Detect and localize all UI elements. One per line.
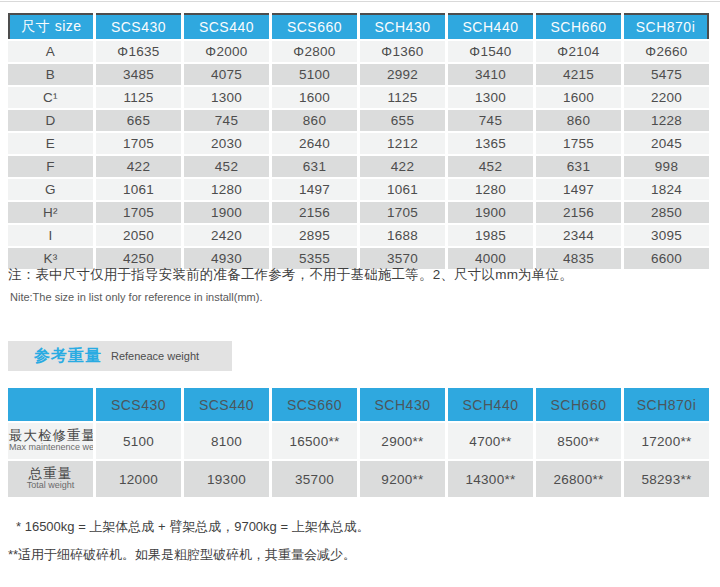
size-row-3: C¹1125130016001125130016002200 — [8, 87, 709, 108]
size-value-cell: 1497 — [272, 179, 357, 200]
weight-header-SCH870i: SCH870i — [624, 388, 709, 421]
weight-header-SCS430: SCS430 — [96, 388, 181, 421]
weight-value-cell: 2900** — [360, 423, 445, 459]
weight-value-cell: 5100 — [96, 423, 181, 459]
size-value-cell: Φ2660 — [624, 41, 709, 62]
size-value-cell: 1900 — [448, 202, 533, 223]
size-value-cell: 1985 — [448, 225, 533, 246]
size-value-cell: 422 — [360, 156, 445, 177]
size-value-cell: 422 — [96, 156, 181, 177]
size-value-cell: 2850 — [624, 202, 709, 223]
size-row-5: E1705203026401212136517552045 — [8, 133, 709, 154]
size-value-cell: 2156 — [272, 202, 357, 223]
note-english: Nite:The size in list only for reference… — [10, 291, 262, 303]
size-value-cell: 1900 — [184, 202, 269, 223]
weight-value-cell: 9200** — [360, 461, 445, 497]
size-value-cell: 3095 — [624, 225, 709, 246]
size-value-cell: 1228 — [624, 110, 709, 131]
size-value-cell: 1300 — [184, 87, 269, 108]
size-row-4: D6657458606557458601228 — [8, 110, 709, 131]
size-value-cell: 1705 — [96, 202, 181, 223]
section-title-english: Refeneace weight — [111, 350, 199, 362]
size-value-cell: 860 — [272, 110, 357, 131]
weight-value-cell: 8500** — [536, 423, 621, 459]
section-title-chinese: 参考重量 — [34, 346, 102, 367]
size-row-label: G — [8, 179, 93, 200]
weight-header-SCH660: SCH660 — [536, 388, 621, 421]
size-value-cell: 860 — [536, 110, 621, 131]
weight-value-cell: 12000 — [96, 461, 181, 497]
weight-row-label-en: Max maintenence weight — [9, 443, 92, 453]
weight-value-cell: 17200** — [624, 423, 709, 459]
size-value-cell: 631 — [272, 156, 357, 177]
size-value-cell: 1755 — [536, 133, 621, 154]
weight-header-SCH440: SCH440 — [448, 388, 533, 421]
size-value-cell: 5100 — [272, 64, 357, 85]
size-value-cell: 6600 — [624, 248, 709, 269]
weight-row-2: 总重量Total weight1200019300357009200**1430… — [8, 461, 709, 497]
weight-value-cell: 14300** — [448, 461, 533, 497]
size-value-cell: 3410 — [448, 64, 533, 85]
size-header-SCS660: SCS660 — [272, 13, 357, 39]
size-row-label: F — [8, 156, 93, 177]
size-row-9: I2050242028951688198523443095 — [8, 225, 709, 246]
weight-table-section: SCS430SCS440SCS660SCH430SCH440SCH660SCH8… — [5, 386, 712, 499]
size-value-cell: 1280 — [448, 179, 533, 200]
size-value-cell: Φ1635 — [96, 41, 181, 62]
size-value-cell: 1125 — [360, 87, 445, 108]
spec-sheet-page: 尺寸 sizeSCS430SCS440SCS660SCH430SCH440SCH… — [0, 0, 720, 587]
size-header-SCH440: SCH440 — [448, 13, 533, 39]
size-value-cell: 2344 — [536, 225, 621, 246]
weight-row-label-cn: 总重量 — [9, 467, 92, 482]
size-value-cell: 745 — [184, 110, 269, 131]
size-value-cell: 1300 — [448, 87, 533, 108]
top-divider — [0, 1, 720, 2]
size-row-label: A — [8, 41, 93, 62]
size-value-cell: 1705 — [96, 133, 181, 154]
size-row-1: AΦ1635Φ2000Φ2800Φ1360Φ1540Φ2104Φ2660 — [8, 41, 709, 62]
size-value-cell: 1705 — [360, 202, 445, 223]
size-row-2: B3485407551002992341042155475 — [8, 64, 709, 85]
size-value-cell: 665 — [96, 110, 181, 131]
weight-row-label: 总重量Total weight — [8, 461, 93, 497]
weight-row-label-en: Total weight — [9, 481, 92, 491]
size-value-cell: 1824 — [624, 179, 709, 200]
size-value-cell: 2200 — [624, 87, 709, 108]
size-row-label: B — [8, 64, 93, 85]
size-value-cell: 452 — [184, 156, 269, 177]
size-value-cell: 998 — [624, 156, 709, 177]
weight-table: SCS430SCS440SCS660SCH430SCH440SCH660SCH8… — [5, 386, 712, 499]
size-value-cell: 1125 — [96, 87, 181, 108]
size-row-label: I — [8, 225, 93, 246]
size-value-cell: Φ2000 — [184, 41, 269, 62]
weight-value-cell: 16500** — [272, 423, 357, 459]
size-value-cell: 2992 — [360, 64, 445, 85]
size-value-cell: Φ1540 — [448, 41, 533, 62]
size-value-cell: 1600 — [272, 87, 357, 108]
size-value-cell: 2156 — [536, 202, 621, 223]
size-value-cell: 2030 — [184, 133, 269, 154]
weight-header-blank-0 — [8, 388, 93, 421]
size-value-cell: 5475 — [624, 64, 709, 85]
size-value-cell: 745 — [448, 110, 533, 131]
size-header-尺寸 size: 尺寸 size — [8, 13, 93, 39]
weight-value-cell: 19300 — [184, 461, 269, 497]
size-value-cell: 1688 — [360, 225, 445, 246]
size-row-label: D — [8, 110, 93, 131]
size-row-label: H² — [8, 202, 93, 223]
size-value-cell: 1600 — [536, 87, 621, 108]
size-value-cell: Φ2800 — [272, 41, 357, 62]
size-row-6: F422452631422452631998 — [8, 156, 709, 177]
size-value-cell: Φ1360 — [360, 41, 445, 62]
note-chinese: 注：表中尺寸仅用于指导安装前的准备工作参考，不用于基础施工等。2、尺寸以mm为单… — [8, 266, 573, 284]
size-value-cell: 452 — [448, 156, 533, 177]
size-value-cell: 2050 — [96, 225, 181, 246]
size-value-cell: 2640 — [272, 133, 357, 154]
size-value-cell: 655 — [360, 110, 445, 131]
weight-value-cell: 4700** — [448, 423, 533, 459]
size-header-SCH870i: SCH870i — [624, 13, 709, 39]
size-value-cell: 2420 — [184, 225, 269, 246]
size-header-SCS430: SCS430 — [96, 13, 181, 39]
size-header-SCH430: SCH430 — [360, 13, 445, 39]
dimension-table-section: 尺寸 sizeSCS430SCS440SCS660SCH430SCH440SCH… — [5, 11, 712, 271]
